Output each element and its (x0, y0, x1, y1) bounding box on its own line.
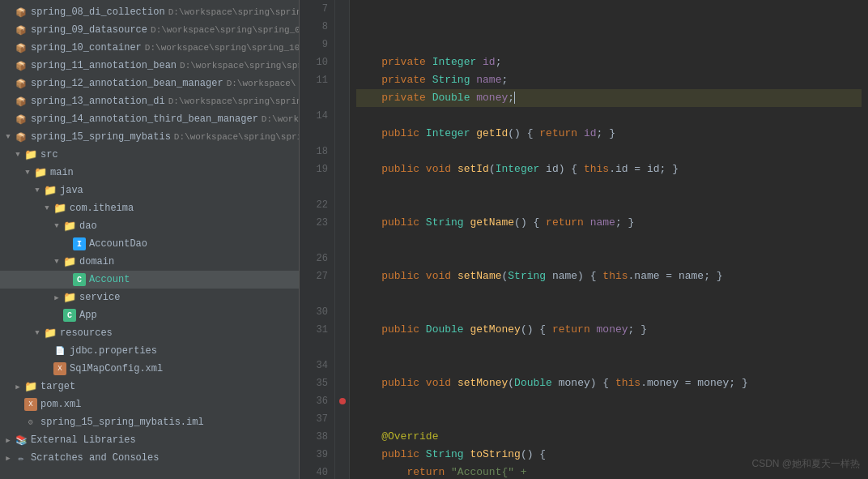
line-number (300, 178, 328, 196)
tree-item-External-Libraries[interactable]: ▶📚External Libraries (0, 431, 299, 449)
tree-item-path: D:\workspace\spring\spring_09 (151, 25, 300, 35)
tree-item-domain[interactable]: ▼📁domain (0, 253, 299, 271)
gutter-line (335, 71, 349, 89)
code-line: private String name; (356, 71, 862, 89)
line-number: 35 (300, 374, 328, 392)
line-number: 26 (300, 250, 328, 267)
project-icon: 📦 (15, 6, 28, 19)
tree-item-label: spring_09_datasource (31, 24, 147, 36)
tree-item-spring_10[interactable]: 📦spring_10_containerD:\workspace\spring\… (0, 39, 299, 57)
properties-icon: 📄 (53, 344, 66, 357)
tree-item-path: D:\workspace\spring\spring_ (180, 61, 300, 71)
tree-item-spring_15-iml[interactable]: ⚙spring_15_spring_mybatis.iml (0, 413, 299, 431)
line-number: 18 (300, 143, 328, 160)
tree-item-resources[interactable]: ▼📁resources (0, 324, 299, 342)
gutter-line (335, 160, 349, 178)
gutter-line (335, 36, 349, 53)
tree-item-main[interactable]: ▼📁main (0, 164, 299, 182)
line-number: 14 (300, 107, 328, 125)
tree-item-label: jdbc.properties (70, 345, 157, 357)
gutter-line (335, 267, 349, 285)
line-number: 11 (300, 71, 328, 89)
tree-item-label: spring_12_annotation_bean_manager (31, 78, 223, 89)
project-icon: 📦 (15, 24, 28, 36)
chevron-icon: ▶ (3, 435, 13, 445)
tree-item-spring_08[interactable]: 📦spring_08_di_collectionD:\workspace\spr… (0, 3, 299, 21)
tree-item-SqlMapConfig-xml[interactable]: XSqlMapConfig.xml (0, 360, 299, 378)
tree-item-path: D:\workspace\spring\spring_10_c (145, 43, 300, 53)
chevron-icon: ▼ (13, 150, 23, 160)
xml-icon: X (24, 398, 37, 411)
tree-item-spring_12[interactable]: 📦spring_12_annotation_bean_managerD:\wor… (0, 75, 299, 92)
tree-item-jdbc-properties[interactable]: 📄jdbc.properties (0, 342, 299, 360)
tree-item-dao[interactable]: ▼📁dao (0, 217, 299, 235)
line-number: 8 (300, 18, 328, 36)
tree-item-label: resources (60, 327, 113, 339)
tree-item-pom-xml[interactable]: Xpom.xml (0, 396, 299, 413)
tree-item-Account[interactable]: CAccount (0, 271, 299, 289)
tree-item-spring_09[interactable]: 📦spring_09_datasourceD:\workspace\spring… (0, 21, 299, 39)
tree-item-target[interactable]: ▶📁target (0, 378, 299, 396)
tree-item-AccountDao[interactable]: IAccountDao (0, 235, 299, 253)
code-line: private Double money; (356, 89, 862, 107)
code-line (356, 303, 862, 321)
interface-icon: I (73, 237, 86, 250)
line-number: 37 (300, 410, 328, 428)
tree-item-spring_11[interactable]: 📦spring_11_annotation_beanD:\workspace\s… (0, 57, 299, 75)
code-editor: 7891011141819222326273031343536373839404… (300, 0, 868, 479)
line-number: 27 (300, 267, 328, 285)
gutter-line (335, 303, 349, 321)
tree-item-label: spring_14_annotation_third_bean_manager (31, 113, 258, 125)
tree-item-spring_15[interactable]: ▼📦spring_15_spring_mybatisD:\workspace\s… (0, 128, 299, 146)
project-icon: 📦 (15, 41, 28, 54)
project-open-icon: 📦 (15, 130, 28, 143)
code-line: return "Account{" + (356, 464, 862, 479)
tree-item-label: spring_15_spring_mybatis.iml (40, 417, 204, 428)
tree-item-label: src (40, 149, 58, 160)
line-number (300, 339, 328, 357)
line-number (300, 232, 328, 250)
code-line (356, 285, 862, 303)
tree-item-java[interactable]: ▼📁java (0, 182, 299, 199)
code-line (356, 357, 862, 374)
tree-item-src[interactable]: ▼📁src (0, 146, 299, 164)
chevron-icon (3, 96, 13, 106)
folder-closed-icon: 📁 (63, 291, 76, 304)
gutter-line (335, 178, 349, 196)
chevron-icon: ▼ (52, 221, 62, 231)
tree-item-label: service (79, 292, 120, 303)
chevron-icon (13, 417, 23, 427)
code-line (356, 178, 862, 196)
tree-item-Scratches[interactable]: ▶✏Scratches and Consoles (0, 449, 299, 467)
tree-item-App[interactable]: CApp (0, 306, 299, 324)
folder-open-icon: 📁 (24, 148, 37, 161)
code-line (356, 232, 862, 250)
tree-item-spring_13[interactable]: 📦spring_13_annotation_diD:\workspace\spr… (0, 92, 299, 110)
chevron-icon: ▼ (32, 328, 42, 338)
line-number (300, 125, 328, 143)
gutter-line (335, 392, 349, 410)
folder-open-icon: 📁 (63, 255, 76, 268)
tree-item-spring_14[interactable]: 📦spring_14_annotation_third_bean_manager… (0, 110, 299, 128)
tree-item-path: D:\workspace\ (227, 79, 296, 88)
gutter-line (335, 321, 349, 339)
tree-item-com-itheima[interactable]: ▼📁com.itheima (0, 199, 299, 217)
gutter-line (335, 18, 349, 36)
chevron-icon (62, 275, 71, 284)
tree-item-label: pom.xml (40, 399, 81, 410)
tree-item-label: Scratches and Consoles (31, 452, 159, 464)
class-icon: C (73, 273, 86, 286)
tree-item-label: main (50, 167, 74, 178)
chevron-icon: ▼ (3, 132, 13, 142)
line-number: 22 (300, 196, 328, 214)
file-tree[interactable]: 📦spring_08_di_collectionD:\workspace\spr… (0, 0, 300, 479)
code-content[interactable]: private Integer id; private String name;… (350, 0, 868, 479)
line-number: 9 (300, 36, 328, 53)
gutter-line (335, 357, 349, 374)
breakpoint-dot[interactable] (339, 398, 346, 404)
gutter-line (335, 428, 349, 446)
gutter-line (335, 125, 349, 143)
tree-item-service[interactable]: ▶📁service (0, 289, 299, 306)
code-line: public Integer getId() { return id; } (356, 125, 862, 143)
tree-item-label: target (40, 381, 75, 392)
